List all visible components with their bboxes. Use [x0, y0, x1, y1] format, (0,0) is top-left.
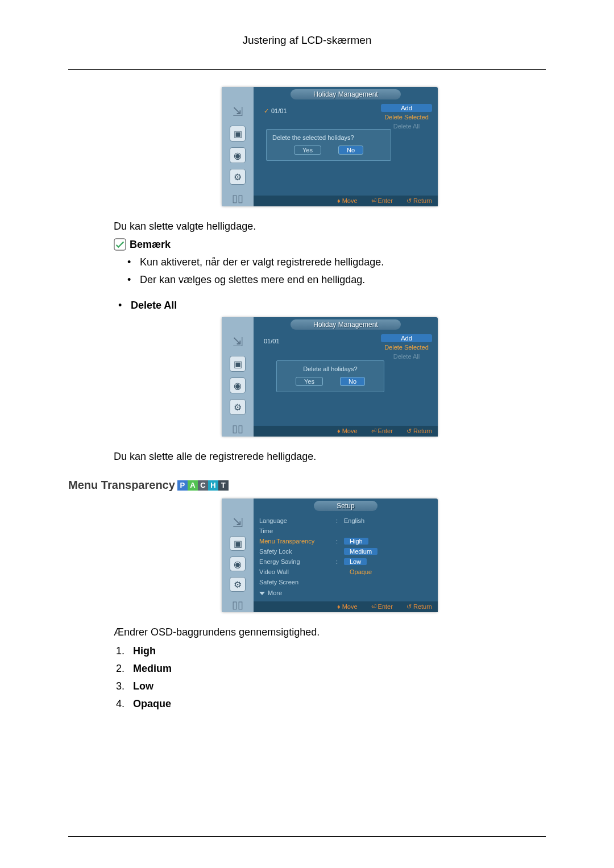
holiday-date: ✓01/01 [264, 107, 287, 115]
osd-figure-setup: ⇲ ▣ ◉ ⚙ ▯▯ Setup Language : English [114, 499, 546, 612]
footer-enter: ⏎ Enter [371, 197, 393, 205]
input-icon: ⇲ [230, 104, 246, 120]
footer-return: ↺ Return [406, 197, 432, 205]
option-item-opaque: Opaque [127, 698, 546, 710]
setup-icon: ⚙ [230, 577, 246, 592]
sound-icon: ◉ [230, 147, 246, 163]
note-icon [114, 238, 126, 251]
note-bullet-2: Der kan vælges og slettes mere end en he… [127, 274, 546, 286]
delete-selected-button[interactable]: Delete Selected [381, 113, 432, 121]
multi-icon: ▯▯ [230, 421, 246, 437]
add-button[interactable]: Add [381, 104, 432, 112]
note-label: Bemærk [130, 239, 171, 251]
footer-return: ↺ Return [406, 603, 432, 610]
option-item-low: Low [127, 680, 546, 692]
osd-panel: ⇲ ▣ ◉ ⚙ ▯▯ Holiday Management ✓01/01 [222, 87, 438, 206]
osd-figure-delete-all: ⇲ ▣ ◉ ⚙ ▯▯ Holiday Management 01/01 [114, 317, 546, 437]
osd-content: ✓01/01 Add Delete Selected Delete All De… [254, 102, 438, 196]
footer-move: ♦ Move [337, 197, 358, 205]
sound-icon: ◉ [230, 556, 246, 571]
osd-body: Setup Language : English Time Menu Trans… [254, 499, 438, 612]
dialog-buttons: Yes No [272, 146, 385, 155]
footer-move: ♦ Move [337, 603, 358, 610]
option-item-medium: Medium [127, 663, 546, 675]
option-item-high: High [127, 645, 546, 657]
osd-title-row: Setup [254, 499, 438, 513]
header-rule [68, 69, 546, 70]
pacht-badges: P A C H T [177, 480, 229, 491]
osd-title-row: Holiday Management [254, 87, 438, 102]
delete-all-heading: Delete All [118, 300, 546, 312]
sound-icon: ◉ [230, 377, 246, 393]
holiday-date: 01/01 [264, 338, 280, 344]
option-low[interactable]: Low [344, 558, 367, 565]
add-button[interactable]: Add [381, 334, 432, 342]
page-header-title: Justering af LCD-skærmen [68, 34, 546, 47]
page: Justering af LCD-skærmen ⇲ ▣ ◉ ⚙ ▯▯ Holi… [0, 0, 614, 868]
dialog-yes-button[interactable]: Yes [296, 377, 323, 386]
menu-transparency-heading: Menu Transparency P A C H T [68, 479, 546, 492]
input-icon: ⇲ [230, 334, 246, 350]
osd-body: Holiday Management 01/01 Add Delete Sele… [254, 317, 438, 437]
setup-row-safety-lock[interactable]: Safety Lock Medium [259, 546, 432, 556]
footer-move: ♦ Move [337, 427, 358, 435]
delete-selected-button[interactable]: Delete Selected [381, 343, 432, 351]
setup-row-more[interactable]: More [259, 589, 432, 596]
dialog-yes-button[interactable]: Yes [294, 146, 321, 155]
note-bullet-list: Kun aktiveret, når der er valgt registre… [114, 256, 546, 286]
osd-panel: ⇲ ▣ ◉ ⚙ ▯▯ Setup Language : English [222, 499, 438, 612]
osd-title: Holiday Management [291, 89, 400, 99]
osd-sidebar: ⇲ ▣ ◉ ⚙ ▯▯ [222, 499, 254, 612]
chevron-down-icon [259, 592, 265, 595]
dialog-question: Delete the selected holidays? [272, 134, 385, 141]
delete-all-button[interactable]: Delete All [381, 352, 432, 360]
setup-row-menu-transparency[interactable]: Menu Transparency : High [259, 536, 432, 546]
badge-a-icon: A [188, 480, 198, 491]
osd-panel: ⇲ ▣ ◉ ⚙ ▯▯ Holiday Management 01/01 [222, 317, 438, 437]
setup-icon: ⚙ [230, 399, 246, 415]
osd-action-buttons: Add Delete Selected Delete All [381, 334, 432, 360]
picture-icon: ▣ [230, 536, 246, 551]
footer-rule [68, 836, 546, 837]
setup-row-language[interactable]: Language : English [259, 516, 432, 526]
note-bullet-1: Kun aktiveret, når der er valgt registre… [127, 256, 546, 268]
svg-rect-0 [114, 239, 126, 250]
picture-icon: ▣ [230, 126, 246, 142]
option-medium[interactable]: Medium [344, 548, 377, 555]
badge-c-icon: C [198, 480, 208, 491]
option-high[interactable]: High [344, 538, 368, 545]
osd-footer: ♦ Move ⏎ Enter ↺ Return [254, 196, 438, 206]
osd-content: 01/01 Add Delete Selected Delete All Del… [254, 332, 438, 426]
badge-t-icon: T [218, 480, 229, 491]
dialog-buttons: Yes No [283, 377, 378, 386]
osd-sidebar: ⇲ ▣ ◉ ⚙ ▯▯ [222, 87, 254, 206]
delete-selected-text: Du kan slette valgte helligdage. [114, 221, 546, 232]
check-icon: ✓ [264, 107, 269, 114]
setup-row-safety-screen[interactable]: Safety Screen [259, 577, 432, 587]
badge-p-icon: P [177, 480, 188, 491]
dialog-no-button[interactable]: No [340, 377, 365, 386]
picture-icon: ▣ [230, 356, 246, 372]
osd-action-buttons: Add Delete Selected Delete All [381, 104, 432, 130]
transparency-options-list: High Medium Low Opaque [114, 645, 546, 710]
note-row: Bemærk [114, 238, 546, 251]
badge-h-icon: H [208, 480, 218, 491]
osd-body: Holiday Management ✓01/01 Add Delete Sel… [254, 87, 438, 206]
footer-enter: ⏎ Enter [371, 427, 393, 435]
osd-figure-delete-selected: ⇲ ▣ ◉ ⚙ ▯▯ Holiday Management ✓01/01 [114, 87, 546, 206]
delete-all-text: Du kan slette alle de registrerede helli… [114, 451, 546, 463]
osd-footer: ♦ Move ⏎ Enter ↺ Return [254, 601, 438, 612]
setup-row-time[interactable]: Time [259, 526, 432, 536]
delete-all-heading-list: Delete All [114, 300, 546, 312]
dialog-no-button[interactable]: No [338, 146, 363, 155]
input-icon: ⇲ [230, 516, 246, 530]
setup-list: Language : English Time Menu Transparenc… [254, 513, 438, 601]
setup-row-energy-saving[interactable]: Energy Saving : Low [259, 556, 432, 567]
menu-transparency-text: Ændrer OSD-baggrundens gennemsigtighed. [114, 626, 546, 638]
confirm-dialog: Delete the selected holidays? Yes No [266, 129, 391, 161]
setup-row-video-wall[interactable]: Video Wall Opaque [259, 567, 432, 577]
confirm-dialog: Delete all holidays? Yes No [276, 360, 384, 392]
option-opaque[interactable]: Opaque [344, 568, 377, 575]
osd-sidebar: ⇲ ▣ ◉ ⚙ ▯▯ [222, 317, 254, 437]
setup-icon: ⚙ [230, 169, 246, 185]
